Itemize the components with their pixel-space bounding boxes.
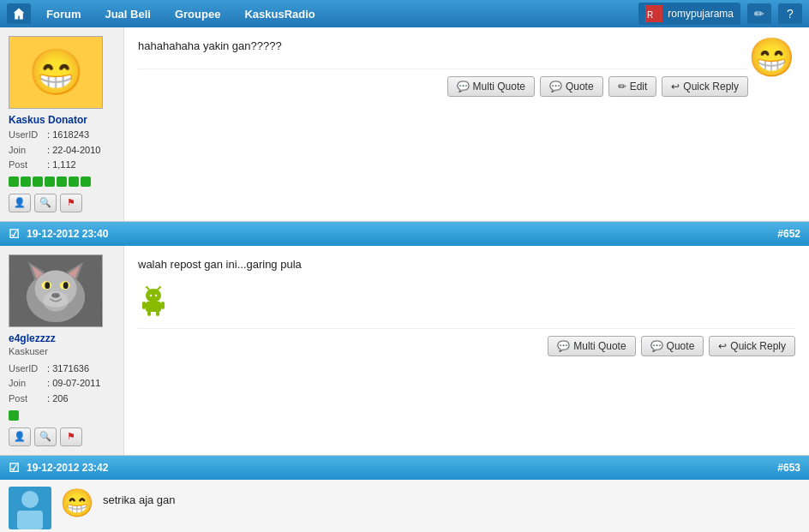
post-651-emoji: 😁: [748, 29, 795, 86]
quote-icon-652: 💬: [650, 340, 663, 352]
posts-container: 😁 Kaskus Donator UserID : 1618243 Join :…: [0, 27, 809, 532]
post-653-timestamp: 19-12-2012 23:42: [27, 462, 108, 474]
multi-quote-button-652[interactable]: 💬 Multi Quote: [548, 336, 635, 356]
post-653-check-icon: ☑: [9, 461, 20, 475]
svg-text:R: R: [647, 10, 653, 20]
post-652-rep-dots: [9, 410, 115, 421]
post-652-android-icon: [138, 286, 795, 320]
quote-button-651[interactable]: 💬 Quote: [540, 76, 603, 97]
post-652: e4glezzzz Kaskuser UserID : 3171636 Join…: [0, 246, 809, 456]
svg-point-11: [45, 282, 50, 289]
post-651-stats: UserID : 1618243 Join : 22-04-2010 Post …: [9, 128, 115, 173]
android-svg: [138, 286, 169, 317]
post-652-username[interactable]: e4glezzzz: [9, 332, 115, 344]
multi-quote-button-651[interactable]: 💬 Multi Quote: [447, 76, 535, 97]
multi-quote-icon-652: 💬: [557, 340, 570, 352]
post-653: 😁 setrika aja gan: [0, 480, 809, 532]
post-652-user-panel: e4glezzzz Kaskuser UserID : 3171636 Join…: [0, 246, 124, 455]
post-651-rep-dots: [9, 176, 115, 187]
post-651-avatar: 😁: [9, 36, 103, 109]
post-652-number: #652: [777, 228, 800, 240]
svg-rect-20: [156, 311, 159, 316]
post-653-content: 😁 setrika aja gan: [60, 487, 176, 519]
action-flag-btn[interactable]: ⚑: [60, 194, 82, 212]
post-652-footer: 💬 Multi Quote 💬 Quote ↩ Quick Reply: [138, 328, 795, 356]
post-651-text: hahahahaha yakin gan????? 😁: [138, 38, 795, 55]
quote-button-652[interactable]: 💬 Quote: [641, 336, 704, 356]
post-652-check-icon: ☑: [9, 227, 20, 241]
post-653-header: ☑ 19-12-2012 23:42 #653: [0, 456, 809, 480]
post-652-text: walah repost gan ini...garing pula: [138, 256, 795, 273]
post-652-timestamp: 19-12-2012 23:40: [27, 228, 108, 240]
post-652-user-actions: 👤 🔍 ⚑: [9, 427, 115, 446]
home-button[interactable]: [7, 3, 31, 24]
multi-quote-icon-651: 💬: [457, 81, 470, 93]
action-profile-btn-652[interactable]: 👤: [9, 427, 31, 446]
post-652-header: ☑ 19-12-2012 23:40 #652: [0, 222, 809, 246]
svg-rect-27: [17, 511, 43, 529]
edit-icon-button[interactable]: ✏: [747, 3, 771, 24]
rep-dot-5: [57, 176, 67, 187]
user-badge: R romypujarama: [638, 3, 740, 25]
nav-jualbeli[interactable]: Jual Beli: [93, 0, 162, 27]
nav-groupee[interactable]: Groupee: [163, 0, 232, 27]
post-653-avatar: [9, 487, 51, 529]
post-652-rank: Kaskuser: [9, 346, 115, 356]
action-flag-btn-652[interactable]: ⚑: [60, 427, 82, 446]
svg-line-23: [147, 287, 149, 290]
post-652-content: walah repost gan ini...garing pula: [124, 246, 809, 455]
post-651: 😁 Kaskus Donator UserID : 1618243 Join :…: [0, 27, 809, 222]
edit-button-651[interactable]: ✏ Edit: [608, 76, 657, 97]
svg-line-24: [158, 287, 160, 290]
post-653-number: #653: [777, 462, 800, 474]
action-search-btn-652[interactable]: 🔍: [34, 427, 57, 446]
svg-point-14: [43, 291, 68, 311]
post-651-username[interactable]: Kaskus Donator: [9, 114, 115, 126]
svg-point-22: [155, 295, 157, 296]
rep-dot-2: [21, 176, 31, 187]
post-653-text: setrika aja gan: [103, 487, 176, 506]
help-icon-button[interactable]: ?: [778, 3, 802, 24]
quick-reply-button-652[interactable]: ↩ Quick Reply: [709, 336, 795, 356]
post-651-content: hahahahaha yakin gan????? 😁 💬 Multi Quot…: [124, 27, 809, 221]
nav-forum[interactable]: Forum: [34, 0, 93, 27]
post-651-user-actions: 👤 🔍 ⚑: [9, 194, 115, 212]
svg-rect-17: [142, 302, 146, 309]
rep-dot-6: [69, 176, 79, 187]
svg-rect-16: [146, 302, 161, 312]
post-651-user-panel: 😁 Kaskus Donator UserID : 1618243 Join :…: [0, 27, 124, 221]
rep-dot-4: [45, 176, 55, 187]
quick-reply-icon-652: ↩: [718, 340, 727, 352]
username-display: romypujarama: [668, 8, 734, 20]
rep-dot-3: [33, 176, 43, 187]
edit-icon-651: ✏: [618, 81, 626, 93]
svg-point-26: [21, 491, 39, 508]
quote-icon-651: 💬: [549, 81, 562, 93]
quick-reply-icon-651: ↩: [671, 81, 680, 93]
top-navigation: Forum Jual Beli Groupee KaskusRadio R ro…: [0, 0, 809, 27]
svg-rect-19: [147, 311, 151, 316]
action-profile-btn[interactable]: 👤: [9, 194, 31, 212]
nav-kaskusradio[interactable]: KaskusRadio: [232, 0, 327, 27]
svg-point-21: [150, 295, 152, 296]
nav-right-section: R romypujarama ✏ ?: [638, 3, 802, 25]
rep-dot-7: [81, 176, 91, 187]
post-651-footer: 💬 Multi Quote 💬 Quote ✏ Edit ↩ Quick Rep…: [138, 69, 748, 97]
svg-point-12: [63, 282, 69, 289]
svg-point-15: [146, 289, 161, 302]
post-653-emoji: 😁: [60, 487, 94, 519]
quick-reply-button-651[interactable]: ↩ Quick Reply: [662, 76, 748, 97]
action-search-btn[interactable]: 🔍: [34, 194, 57, 212]
user-mini-avatar: R: [645, 5, 662, 22]
rep-dot-1: [9, 176, 19, 187]
rep-dot-652-1: [9, 410, 19, 421]
post-652-avatar: [9, 254, 103, 327]
post-652-stats: UserID : 3171636 Join : 09-07-2011 Post …: [9, 362, 115, 407]
svg-rect-18: [161, 302, 165, 309]
